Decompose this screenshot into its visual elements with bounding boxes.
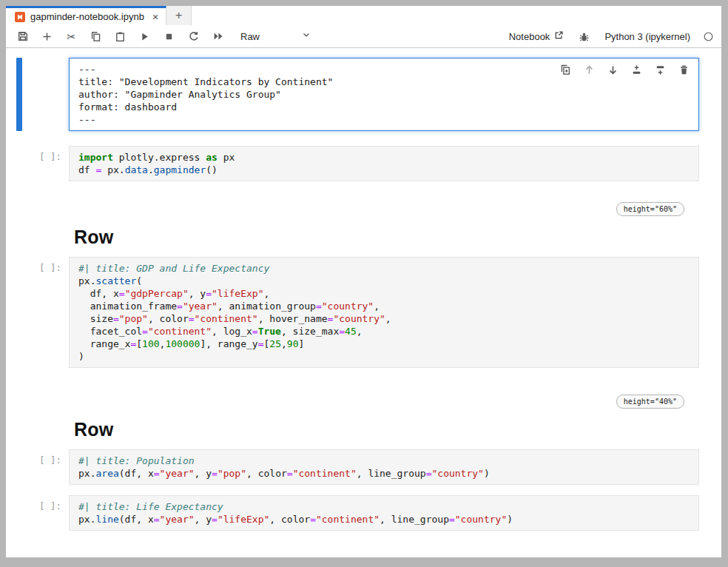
- insert-cell-button[interactable]: [39, 28, 55, 44]
- restart-run-all-button[interactable]: [210, 28, 226, 44]
- cell-toolbar: [559, 64, 690, 76]
- tab-close-icon[interactable]: ×: [152, 12, 158, 22]
- delete-cell-icon[interactable]: [678, 64, 690, 76]
- notebook-tab[interactable]: gapminder-notebook.ipynb ×: [6, 6, 166, 25]
- external-link-icon: [554, 30, 564, 42]
- save-button[interactable]: [15, 28, 30, 44]
- input-prompt: [ ]:: [6, 151, 61, 162]
- cut-icon[interactable]: ✂: [64, 28, 79, 44]
- move-cell-down-icon[interactable]: [607, 64, 619, 76]
- cell-input-area[interactable]: #| title: Population px.area(df, x="year…: [69, 449, 699, 485]
- cell-input-area[interactable]: #| title: Life Expectancy px.line(df, x=…: [69, 495, 699, 531]
- insert-cell-above-icon[interactable]: [630, 64, 642, 76]
- copy-icon[interactable]: [88, 28, 104, 44]
- cell-source[interactable]: #| title: Life Expectancy px.line(df, x=…: [78, 500, 690, 526]
- markdown-heading: Row: [74, 227, 113, 248]
- kernel-name[interactable]: Python 3 (ipykernel): [604, 31, 690, 42]
- input-prompt: [ ]:: [6, 454, 61, 466]
- grid-height-badge: height="40%": [616, 395, 684, 409]
- cell-type-value: Raw: [240, 31, 260, 42]
- kernel-status-icon[interactable]: [703, 31, 714, 42]
- notebook-file-icon: [15, 12, 25, 22]
- code-cell: [ ]:import plotly.express as px df = px.…: [6, 146, 699, 181]
- input-prompt: [ ]:: [6, 500, 61, 511]
- cell-collapser[interactable]: [16, 58, 22, 131]
- grid-height-badge: height="60%": [616, 202, 684, 216]
- code-cell: [ ]:#| title: Population px.area(df, x="…: [6, 449, 699, 485]
- code-cell: [ ]:#| title: GDP and Life Expectancy px…: [6, 257, 699, 368]
- cell-source[interactable]: #| title: GDP and Life Expectancy px.sca…: [78, 262, 690, 363]
- markdown-cell[interactable]: height="60%"Row: [6, 193, 699, 249]
- restart-kernel-button[interactable]: [186, 28, 201, 44]
- interrupt-kernel-button[interactable]: [161, 28, 177, 44]
- cell-input-area[interactable]: import plotly.express as px df = px.data…: [69, 146, 699, 181]
- notebook-mode-label: Notebook: [509, 31, 550, 42]
- markdown-heading: Row: [74, 419, 113, 440]
- paste-icon[interactable]: [112, 28, 128, 44]
- insert-cell-below-icon[interactable]: [654, 64, 666, 76]
- tab-title: gapminder-notebook.ipynb: [30, 11, 144, 22]
- raw-cell: --- title: "Development Indicators by Co…: [6, 58, 699, 131]
- move-cell-up-icon[interactable]: [583, 64, 595, 76]
- code-cell: [ ]:#| title: Life Expectancy px.line(df…: [6, 495, 699, 531]
- cell-input-area[interactable]: #| title: GDP and Life Expectancy px.sca…: [69, 257, 699, 368]
- input-prompt: [ ]:: [6, 262, 61, 273]
- markdown-cell[interactable]: height="40%"Row: [6, 386, 699, 442]
- debugger-bug-icon[interactable]: [576, 28, 592, 44]
- notebook-area: --- title: "Development Indicators by Co…: [6, 48, 721, 557]
- cell-input-area[interactable]: --- title: "Development Indicators by Co…: [69, 58, 699, 131]
- tab-bar: gapminder-notebook.ipynb × +: [6, 6, 721, 25]
- cell-type-dropdown[interactable]: Raw: [240, 30, 311, 43]
- jupyterlab-window: gapminder-notebook.ipynb × + ✂: [6, 6, 721, 557]
- notebook-mode-button[interactable]: Notebook: [509, 30, 564, 42]
- cell-source[interactable]: import plotly.express as px df = px.data…: [78, 151, 690, 176]
- duplicate-cell-icon[interactable]: [559, 64, 571, 76]
- desktop-background: gapminder-notebook.ipynb × + ✂: [0, 0, 728, 567]
- notebook-toolbar: ✂: [6, 25, 721, 48]
- toolbar-right: Notebook Pyth: [509, 28, 714, 44]
- chevron-down-icon: [301, 30, 311, 43]
- new-tab-button[interactable]: +: [166, 6, 192, 25]
- run-cell-button[interactable]: [137, 28, 152, 44]
- cell-source[interactable]: #| title: Population px.area(df, x="year…: [78, 454, 690, 480]
